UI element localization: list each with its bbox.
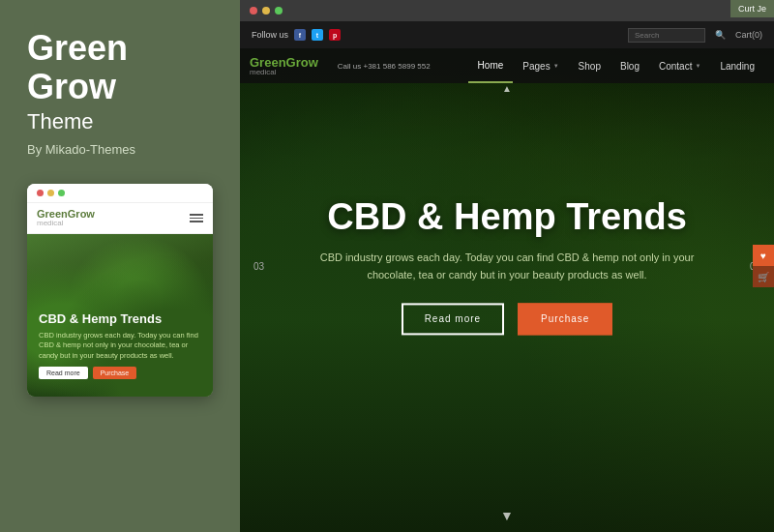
nav-logo-main: GreenGrow [250, 56, 318, 69]
nav-logo: GreenGrow medical [250, 56, 318, 76]
search-input[interactable] [628, 28, 705, 43]
follow-us-label: Follow us [252, 30, 288, 40]
site-topbar: Follow us f t p 🔍 Cart(0) [240, 21, 774, 48]
hamburger-icon[interactable] [190, 214, 203, 222]
hero-buttons: Read more Purchase [304, 304, 710, 336]
browser-dot-green [275, 7, 283, 15]
cart-label[interactable]: Cart(0) [735, 30, 762, 40]
mobile-purchase-button[interactable]: Purchase [93, 367, 137, 379]
facebook-icon[interactable]: f [294, 29, 306, 41]
hero-title: CBD & Hemp Trends [304, 196, 710, 238]
theme-author: By Mikado-Themes [27, 142, 135, 157]
side-icon-cart[interactable]: 🛒 [753, 266, 774, 287]
browser-chrome [240, 0, 774, 21]
nav-items: Home Pages ▼ Shop Blog Contact ▼ Landing [468, 48, 764, 83]
side-icons: ♥ 🛒 [753, 245, 774, 287]
nav-item-home[interactable]: Home [468, 48, 514, 83]
mobile-hero-desc: CBD industry grows each day. Today you c… [39, 331, 201, 362]
mobile-hero: CBD & Hemp Trends CBD industry grows eac… [27, 234, 213, 397]
side-icon-heart[interactable]: ♥ [753, 245, 774, 266]
mobile-hero-title: CBD & Hemp Trends [39, 311, 201, 327]
dot-green [58, 190, 65, 196]
call-us-text: Call us +381 586 5899 552 [338, 62, 431, 71]
nav-item-shop[interactable]: Shop [569, 48, 610, 83]
site-nav: GreenGrow medical Call us +381 586 5899 … [240, 48, 774, 83]
purchase-button[interactable]: Purchase [518, 304, 612, 336]
mobile-hero-content: CBD & Hemp Trends CBD industry grows eac… [39, 311, 201, 379]
browser-dot-yellow [262, 7, 270, 15]
mobile-logo-sub: medical [37, 220, 95, 227]
mobile-preview: GreenGrow medical CBD & Hemp Trends CBD … [27, 184, 213, 397]
pinterest-icon[interactable]: p [329, 29, 341, 41]
dot-red [37, 190, 44, 196]
nav-item-contact[interactable]: Contact ▼ [649, 48, 710, 83]
scroll-up-arrow[interactable]: ▲ [502, 83, 512, 94]
twitter-icon[interactable]: t [312, 29, 323, 41]
search-icon[interactable]: 🔍 [715, 30, 726, 40]
left-panel: Green Grow Theme By Mikado-Themes GreenG… [0, 0, 240, 532]
user-avatar: Curt Je [730, 0, 774, 17]
nav-item-pages[interactable]: Pages ▼ [513, 48, 568, 83]
right-panel: Follow us f t p 🔍 Cart(0) GreenGrow medi… [240, 0, 774, 532]
read-more-button[interactable]: Read more [402, 304, 504, 336]
window-dots [37, 190, 65, 196]
topbar-right: 🔍 Cart(0) [628, 28, 762, 43]
nav-logo-sub: medical [250, 69, 318, 76]
theme-title: Green Grow [27, 29, 128, 105]
dot-yellow [47, 190, 54, 196]
mobile-hero-buttons: Read more Purchase [39, 367, 201, 379]
theme-subtitle: Theme [27, 109, 93, 134]
mobile-preview-topbar [27, 184, 213, 203]
mobile-nav-bar: GreenGrow medical [27, 203, 213, 234]
slide-indicator-left: 03 [253, 261, 264, 272]
nav-item-blog[interactable]: Blog [610, 48, 649, 83]
mobile-logo: GreenGrow medical [37, 209, 95, 227]
hero-content: CBD & Hemp Trends CBD industry grows eac… [304, 196, 710, 335]
hero-description: CBD industry grows each day. Today you c… [304, 250, 710, 283]
nav-item-landing[interactable]: Landing [710, 48, 764, 83]
browser-dot-red [250, 7, 257, 15]
scroll-down-arrow[interactable]: ▼ [500, 509, 514, 524]
mobile-read-more-button[interactable]: Read more [39, 367, 88, 379]
topbar-left: Follow us f t p [252, 29, 341, 41]
